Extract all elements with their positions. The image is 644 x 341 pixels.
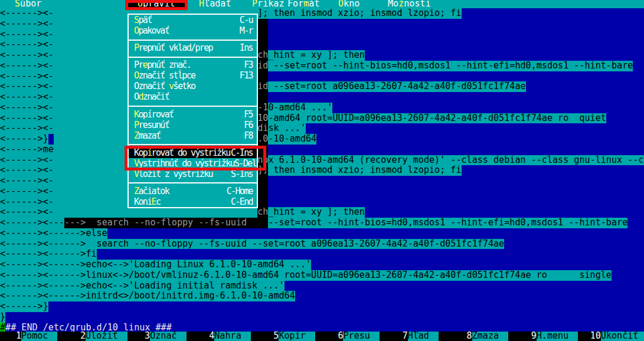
editor-line[interactable]: <------><- <box>0 197 644 208</box>
fkey-10[interactable]: 10Ukončiť <box>580 332 644 341</box>
dropdown-item-prepn-zna-[interactable]: Prepnúť znač.F3 <box>129 60 257 70</box>
dropdown-item-opakova-[interactable]: OpakovaťM-r <box>129 25 257 36</box>
editor-line[interactable]: <------>me <box>0 145 644 155</box>
editor-text-segment: _hint = xy ]; then <box>268 207 365 218</box>
hotkey-letter: E <box>152 196 156 207</box>
editor-line[interactable]: <------><- id --set=root a096ea13-2607-4… <box>0 81 644 92</box>
editor-line[interactable]: <------><- nux 6.1.0-10-amd64 (recovery … <box>0 155 644 166</box>
menu-shadow-text <box>257 92 268 103</box>
fkey-number: 1 <box>0 332 21 341</box>
fkey-label: Presu <box>343 332 379 341</box>
editor-line[interactable]: <------><------>linux<->/boot/vmlinuz-6.… <box>0 270 644 281</box>
editor-text-segment: -10-amd64 <box>268 134 316 145</box>
menu-shadow-text <box>257 186 268 197</box>
dropdown-item-label: Odznačiť <box>134 91 169 102</box>
dropdown-item-zmaza-[interactable]: ZmazaťF8 <box>129 130 257 141</box>
menu-item-monosti[interactable]: Možnosti <box>388 0 431 8</box>
fkey-5[interactable]: 5Kopír <box>257 332 322 341</box>
fkey-8[interactable]: 8Zmaza <box>451 332 515 341</box>
dropdown-item-sp-[interactable]: SpäťC-u <box>129 15 257 25</box>
dropdown-item-koniec[interactable]: KoniEcC-End <box>129 196 257 207</box>
editor-line[interactable]: <------><- <box>0 92 644 103</box>
editor-line[interactable]: <------><- <box>0 186 644 197</box>
dropdown-item-label: Kopírovať <box>134 109 174 120</box>
edit-dropdown-menu: SpäťC-uOpakovaťM-rPrepnúť vklad/prepInsP… <box>128 14 258 208</box>
fkey-2[interactable]: 2Uložiť <box>64 332 129 341</box>
menu-item-formt[interactable]: Formát <box>287 0 320 8</box>
hotkey-letter: ž <box>398 0 404 9</box>
menu-shadow-text <box>257 71 268 82</box>
fkey-9[interactable]: 9H.menu <box>515 332 580 341</box>
editor-line[interactable]: <------><------>echo<-->'Loading initial… <box>0 281 644 291</box>
menu-shadow-text: ch <box>257 207 268 218</box>
menu-shadow-text <box>257 29 268 40</box>
annotation-box <box>125 146 266 170</box>
editor-text-segment: x 6.1.0-10-amd64 (recovery mode)' --clas… <box>268 155 644 166</box>
dropdown-item-ozna-i-v-etko[interactable]: Označiť všetko <box>129 81 257 91</box>
fkey-number: 6 <box>322 332 343 341</box>
menu-item-hada[interactable]: Hľadať <box>199 0 231 8</box>
editor-line[interactable]: <------><- id --set=root --hint-bios=hd0… <box>0 61 644 71</box>
editor-line[interactable]: <------><------>fi <box>0 249 644 260</box>
menu-item-okno[interactable]: Okno <box>338 0 359 8</box>
editor-line[interactable]: <------><- <box>0 29 644 40</box>
fkey-7[interactable]: 7Hľad <box>387 332 451 341</box>
editor-text-segment: <------><------>initrd<>/boot/initrd.img… <box>0 291 295 301</box>
mcedit-window: <------><- ]; then insmod xzio; insmod l… <box>0 0 644 341</box>
editor-text-segment: -amd64 root=UUID=a096ea13-2607-4a42-a40f… <box>268 113 606 124</box>
editor-line[interactable]: <------><------>else <box>0 228 644 239</box>
hotkey-letter: P <box>252 0 257 9</box>
editor-line[interactable]: <------><- ]; then insmod xzio; insmod l… <box>0 165 644 176</box>
editor-line[interactable]: <------><------>initrd<>/boot/initrd.img… <box>0 291 644 301</box>
shortcut-label: M-r <box>240 25 253 36</box>
editor-text-segment: <------><------>echo<-->'Loading Linux 6… <box>0 260 311 270</box>
editor-line[interactable]: <------><- <box>0 71 644 82</box>
fkey-label: H.menu <box>537 332 578 341</box>
menu-separator <box>129 36 257 42</box>
shortcut-label: F13 <box>240 70 253 81</box>
menu-shadow-text <box>257 197 268 208</box>
editor-line[interactable]: <------><------> search --no-floppy --fs… <box>0 239 644 250</box>
fkey-3[interactable]: 3Označ <box>129 332 193 341</box>
menu-item-prkaz[interactable]: Príkaz <box>252 0 285 8</box>
shortcut-label: Ins <box>240 42 253 53</box>
fkey-number: 10 <box>580 332 601 341</box>
fkey-label: Kopír <box>279 332 315 341</box>
editor-line[interactable]: <------><- 10-amd64 root=UUID=a096ea13-2… <box>0 113 644 124</box>
dropdown-item-label: Späť <box>134 15 152 25</box>
editor-line[interactable]: <------><------>echo<-->'Loading Linux 6… <box>0 260 644 270</box>
editor-line[interactable]: <------><- <box>0 19 644 29</box>
editor-line[interactable]: <------><- ]; then insmod xzio; insmod l… <box>0 8 644 19</box>
shortcut-label: F6 <box>244 120 253 130</box>
dropdown-item-za-iatok[interactable]: ZačiatokC-Home <box>129 186 257 196</box>
editor-line[interactable]: } <box>0 312 644 323</box>
editor-line[interactable]: <------><- disk ...' <box>0 123 644 134</box>
dropdown-item-prepn-vklad-prep[interactable]: Prepnúť vklad/prepIns <box>129 42 257 53</box>
fkey-6[interactable]: 6Presu <box>322 332 386 341</box>
dropdown-item-presun-[interactable]: PresunúťF6 <box>129 120 257 130</box>
editor-line[interactable]: <------><------> search --no-floppy --fs… <box>0 218 644 228</box>
editor-line[interactable]: <------>} .0-10-amd64 <box>0 134 644 145</box>
fkey-label: Zmaza <box>472 332 508 341</box>
editor-line[interactable]: <------><- <box>0 40 644 50</box>
editor-line[interactable]: <------>} <box>0 301 644 312</box>
dropdown-item-ozna-i-st-pce[interactable]: Označiť stĺpceF13 <box>129 70 257 81</box>
editor-line[interactable]: <------><- ch_hint = xy ]; then <box>0 50 644 61</box>
editor-line[interactable]: <------><- ch_hint = xy ]; then <box>0 207 644 218</box>
fkey-1[interactable]: 1Pomoc <box>0 332 64 341</box>
shortcut-label: F5 <box>244 109 253 120</box>
dropdown-item-odzna-i-[interactable]: Odznačiť <box>129 91 257 102</box>
hotkey-letter: S <box>15 0 20 9</box>
editor-area[interactable]: <------><- ]; then insmod xzio; insmod l… <box>0 0 644 341</box>
menu-shadow-text <box>257 40 268 50</box>
menu-item-sbor[interactable]: Súbor <box>15 0 41 8</box>
dropdown-item-kop-rova-[interactable]: KopírovaťF5 <box>129 109 257 120</box>
editor-text-segment: <------><------>else <box>0 228 107 239</box>
editor-text-segment: <------><- <box>0 207 257 218</box>
editor-line[interactable]: <------><- -10-amd64 ...' <box>0 103 644 113</box>
dropdown-item-label: Označiť stĺpce <box>134 70 195 81</box>
menu-shadow-text <box>257 19 268 29</box>
menu-separator <box>129 53 257 60</box>
editor-line[interactable]: <------><- <box>0 176 644 186</box>
fkey-4[interactable]: 4Nahra <box>193 332 257 341</box>
